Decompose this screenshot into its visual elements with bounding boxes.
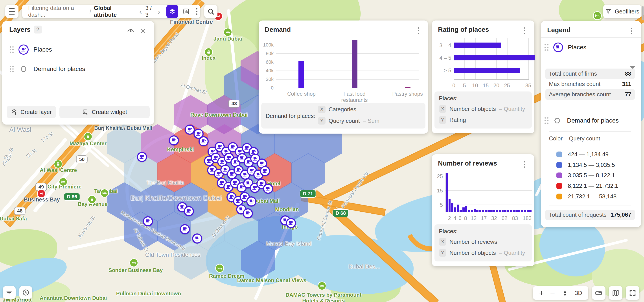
bar-chart-icon [182, 8, 190, 15]
search-button[interactable] [204, 5, 218, 18]
coffee-place-marker[interactable] [246, 196, 256, 207]
bed-icon [215, 264, 224, 273]
reviews-bar[interactable] [521, 210, 523, 212]
reviews-bar[interactable] [462, 207, 464, 212]
widgets-button[interactable] [180, 5, 192, 18]
reviews-bar[interactable] [510, 210, 512, 212]
reviews-bar[interactable] [502, 210, 504, 212]
reviews-bar[interactable] [460, 210, 462, 212]
demand-bar[interactable] [405, 87, 410, 88]
legend-section-demand[interactable]: Demand for places [541, 115, 641, 126]
scrollbar[interactable] [642, 6, 644, 20]
breadcrumb-parent[interactable]: Filtering data on a dash... [28, 5, 87, 18]
reviews-bar[interactable] [490, 210, 492, 212]
reviews-bar[interactable] [524, 210, 526, 212]
3d-mode-button[interactable]: 3D [575, 290, 582, 296]
ruler-button[interactable] [592, 286, 606, 300]
coffee-place-marker[interactable] [286, 218, 296, 228]
reviews-bar[interactable] [527, 210, 529, 212]
y-axis-badge: Y [439, 116, 446, 124]
reviews-bar[interactable] [512, 210, 515, 212]
reviews-bar[interactable] [485, 210, 487, 212]
coffee-place-marker[interactable] [243, 208, 253, 218]
road-shield: 48 [14, 207, 26, 215]
reviews-bar[interactable] [454, 207, 456, 212]
demand-bar[interactable] [352, 40, 358, 88]
prev-page-button[interactable]: ‹ [138, 8, 143, 15]
coffee-place-marker[interactable] [169, 135, 179, 145]
toggle-visibility-button[interactable] [126, 27, 136, 35]
layer-item-demand[interactable]: Demand for places [2, 59, 154, 79]
layers-toggle-button[interactable] [166, 5, 178, 18]
coffee-place-marker[interactable] [137, 152, 147, 162]
basemap-button[interactable] [609, 286, 622, 300]
reviews-bar[interactable] [448, 199, 451, 212]
coffee-place-marker[interactable] [192, 233, 202, 244]
fullscreen-button[interactable] [626, 286, 640, 300]
reviews-bar[interactable] [518, 210, 520, 212]
drag-handle-icon[interactable] [544, 117, 549, 124]
reviews-bar[interactable] [493, 210, 496, 212]
reviews-widget-menu-button[interactable] [521, 160, 529, 169]
rating-bar[interactable] [454, 43, 501, 48]
rating-bar[interactable] [454, 68, 520, 73]
reviews-bar[interactable] [488, 210, 490, 212]
reviews-bar[interactable] [504, 210, 506, 212]
reviews-bar[interactable] [479, 210, 481, 212]
filter-list-button[interactable] [3, 286, 16, 299]
reviews-bar[interactable] [446, 173, 448, 212]
coffee-place-marker[interactable] [198, 136, 209, 146]
bed-icon [59, 178, 68, 186]
create-layer-button[interactable]: Create layer [6, 106, 56, 118]
demand-bar[interactable] [298, 61, 304, 88]
reviews-bar[interactable] [499, 210, 501, 212]
y-axis-field: Query count [328, 117, 360, 124]
coffee-place-marker[interactable] [263, 184, 273, 194]
reviews-bar[interactable] [471, 210, 473, 212]
rating-bar[interactable] [454, 55, 535, 60]
reviews-bar[interactable] [482, 210, 484, 212]
map-label: DAMAC Towers by Paramount [286, 292, 362, 298]
coffee-place-marker[interactable] [184, 206, 194, 216]
legend-menu-button[interactable] [628, 27, 636, 36]
bed-icon [100, 189, 109, 198]
menu-button[interactable] [5, 5, 18, 18]
map-label: Rove Downtown Dubai [190, 112, 248, 118]
reviews-bar[interactable] [516, 210, 518, 212]
reviews-bar[interactable] [507, 210, 509, 212]
reviews-bar[interactable] [476, 210, 478, 212]
map-canvas[interactable]: Financial CentreBurj Khalifa / Dubai Mal… [0, 0, 644, 302]
history-button[interactable] [19, 286, 32, 299]
drag-handle-icon[interactable] [10, 46, 14, 53]
coffee-place-marker[interactable] [180, 224, 190, 234]
gridline [276, 79, 419, 80]
close-panel-button[interactable] [139, 27, 148, 35]
map-label: Damac Maison Canal Views [237, 277, 306, 283]
demand-widget-menu-button[interactable] [414, 26, 422, 35]
geofilters-button[interactable]: Geofilters [603, 5, 641, 18]
compass-button[interactable] [561, 289, 569, 297]
reviews-bar[interactable] [529, 210, 532, 212]
coffee-place-marker[interactable] [143, 216, 153, 226]
reviews-bar[interactable] [457, 205, 459, 212]
zoom-out-button[interactable]: − [550, 289, 555, 297]
reviews-bar[interactable] [451, 203, 454, 212]
reviews-bar[interactable] [465, 206, 468, 212]
reviews-bar[interactable] [468, 210, 470, 212]
y-tick-label: 100k [262, 42, 274, 48]
rating-widget-menu-button[interactable] [521, 26, 529, 35]
coffee-place-marker[interactable] [260, 166, 270, 176]
funnel-icon [605, 8, 612, 15]
y-category-label: ≥ 5 [434, 67, 451, 74]
zoom-in-button[interactable]: + [539, 289, 544, 297]
stat-value: 77 [625, 91, 631, 98]
reviews-bar[interactable] [496, 210, 498, 212]
drag-handle-icon[interactable] [544, 44, 549, 51]
layer-item-places[interactable]: Places [2, 40, 154, 59]
reviews-bar[interactable] [474, 209, 476, 212]
next-page-button[interactable]: › [156, 8, 161, 15]
drag-handle-icon[interactable] [10, 66, 14, 72]
more-options-button[interactable] [193, 5, 200, 18]
create-widget-button[interactable]: Create widget [60, 106, 150, 118]
legend-section-places[interactable]: Places [541, 42, 641, 53]
